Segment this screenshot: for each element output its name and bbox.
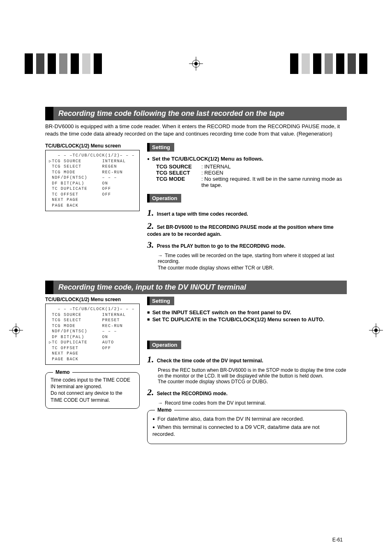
memo-title: Memo <box>155 407 174 413</box>
section-title: Recording time code, input to the DV IN/… <box>45 281 347 294</box>
setting-value: : REGEN <box>201 170 347 176</box>
operation-step: 3. Press the PLAY button to go to the RE… <box>147 240 347 250</box>
screen-caption: TC/UB/CLOCK(1/2) Menu screen <box>45 297 140 302</box>
menu-screen: – – –TC/UB/CLOCK(1/2)– – – ▷TCG SOURCE I… <box>45 150 140 211</box>
step-sub: Record time codes from the DV input term… <box>147 400 347 406</box>
step-sub: Time codes will be recorded on the tape,… <box>147 253 347 264</box>
setting-instruction: Set TC DUPLICATE in the TC/UB/CLOCK(1/2)… <box>147 316 347 322</box>
crop-registration-strip <box>0 53 392 74</box>
setting-instruction: Set the TC/UB/CLOCK(1/2) Menu as follows… <box>147 156 347 162</box>
operation-step: 2. Set BR-DV6000 to the RECORDING PAUSE … <box>147 221 347 237</box>
operation-step: 2. Select the RECORDING mode. <box>147 387 347 398</box>
operation-step: 1. Check the time code of the DV input t… <box>147 354 347 365</box>
operation-heading: Operation <box>147 194 181 203</box>
setting-value: : INTERNAL <box>201 164 347 170</box>
setting-value: : No setting required. It will be in the… <box>201 176 347 188</box>
memo-item: For date/time also, data from the DV IN … <box>152 415 341 423</box>
page-number: E-61 <box>332 537 343 543</box>
memo-item: When this terminal is connected to a D9 … <box>152 424 341 438</box>
setting-key: TCG MODE <box>156 176 201 188</box>
screen-caption: TC/UB/CLOCK(1/2) Menu screen <box>45 143 140 149</box>
registration-mark-icon <box>369 323 383 339</box>
setting-key: TCG SELECT <box>156 170 201 176</box>
setting-heading: Setting <box>147 297 174 305</box>
setting-instruction: Set the INPUT SELECT switch on the front… <box>147 309 347 315</box>
registration-mark-icon <box>189 57 203 71</box>
section-lead: BR-DV6000 is equipped with a time code r… <box>45 123 347 137</box>
step-body: Press the REC button when BR-DV6000 is i… <box>147 367 347 385</box>
operation-step: 1. Insert a tape with time codes recorde… <box>147 207 347 218</box>
registration-mark-icon <box>9 323 104 339</box>
memo-title: Memo <box>53 369 72 375</box>
operation-heading: Operation <box>147 341 181 349</box>
step-sub: The counter mode display shows either TC… <box>147 265 347 271</box>
memo-box: Memo For date/time also, data from the D… <box>147 410 347 444</box>
memo-box: Memo Time codes input to the TIME CODE I… <box>45 372 140 409</box>
setting-key: TCG SOURCE <box>156 164 201 170</box>
memo-text: Time codes input to the TIME CODE IN ter… <box>51 377 134 403</box>
setting-heading: Setting <box>147 143 174 152</box>
section-title: Recording time code following the one la… <box>45 107 347 120</box>
